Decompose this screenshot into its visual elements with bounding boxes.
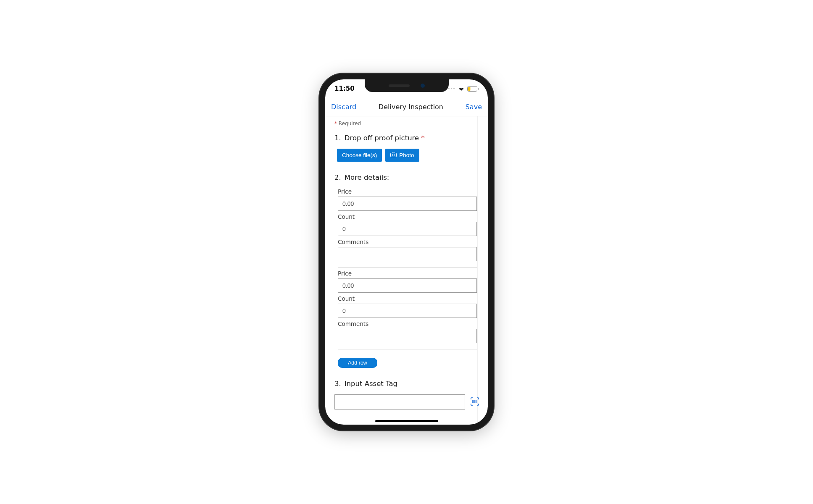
required-note: * Required	[334, 121, 480, 126]
count-input-1[interactable]	[338, 222, 477, 236]
discard-button[interactable]: Discard	[331, 103, 356, 111]
status-time: 11:50	[334, 85, 355, 92]
q3-number: 3.	[334, 380, 341, 388]
comments-input-2[interactable]	[338, 329, 477, 343]
battery-low-icon	[467, 86, 479, 92]
price-label: Price	[338, 270, 477, 277]
count-input-2[interactable]	[338, 304, 477, 318]
count-label: Count	[338, 295, 477, 302]
device-notch	[365, 79, 449, 92]
wifi-icon	[458, 86, 465, 91]
save-button[interactable]: Save	[466, 103, 482, 111]
q2-label: More details:	[345, 173, 389, 181]
q2-number: 2.	[334, 173, 341, 181]
count-label: Count	[338, 213, 477, 220]
comments-label: Comments	[338, 239, 477, 245]
camera-icon	[390, 152, 397, 158]
add-row-button[interactable]: Add row	[338, 358, 377, 368]
price-input-2[interactable]	[338, 278, 477, 293]
take-photo-button[interactable]: Photo	[385, 149, 419, 162]
asset-tag-input[interactable]	[334, 394, 465, 410]
form-content[interactable]: * Required 1. Drop off proof picture * C…	[325, 116, 488, 425]
svg-rect-2	[468, 87, 471, 91]
phone-frame: 11:50 •••• Discard Delivery Inspection S…	[319, 74, 494, 430]
q1-number: 1.	[334, 134, 341, 142]
price-label: Price	[338, 188, 477, 195]
price-input-1[interactable]	[338, 197, 477, 211]
detail-row-1: Price Count Comments	[338, 188, 477, 268]
choose-files-button[interactable]: Choose file(s)	[337, 149, 382, 162]
question-3-header: 3. Input Asset Tag	[334, 380, 480, 388]
detail-row-2: Price Count Comments	[338, 270, 477, 349]
scan-barcode-button[interactable]	[469, 396, 480, 407]
svg-rect-3	[391, 153, 397, 157]
svg-point-4	[392, 154, 395, 156]
front-camera	[421, 84, 425, 88]
svg-rect-1	[478, 88, 479, 90]
page-title: Delivery Inspection	[379, 103, 443, 111]
nav-bar: Discard Delivery Inspection Save	[325, 98, 488, 116]
speaker-grill	[389, 84, 410, 87]
q3-label: Input Asset Tag	[345, 380, 397, 388]
home-indicator[interactable]	[375, 420, 438, 422]
comments-label: Comments	[338, 320, 477, 327]
barcode-scan-icon	[470, 397, 479, 407]
comments-input-1[interactable]	[338, 247, 477, 261]
question-2-header: 2. More details:	[334, 173, 480, 181]
question-1-header: 1. Drop off proof picture *	[334, 134, 480, 142]
q1-label: Drop off proof picture *	[345, 134, 425, 142]
